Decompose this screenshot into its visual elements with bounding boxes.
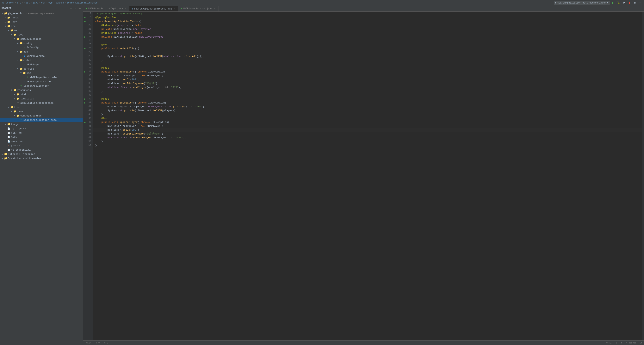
tree-item-main[interactable]: ▼ 📁 main xyxy=(0,28,83,33)
tree-item-yb-search-iml[interactable]: 📄 yb_search.iml xyxy=(0,148,83,152)
run-gutter-icon[interactable]: ▶ xyxy=(84,16,86,19)
tree-item-test[interactable]: ▼ 📁 test xyxy=(0,105,83,109)
line-36: 36 xyxy=(83,85,93,89)
tree-item-NBAPlayerService[interactable]: I NBAPlayerService xyxy=(0,80,83,84)
tree-item-scratches[interactable]: ▶ 📁 Scratches and Consoles xyxy=(0,156,83,160)
breadcrumb-class[interactable]: SearchApplicationTests xyxy=(67,2,98,4)
line-19: ▶ 19 xyxy=(83,19,93,23)
code-line-51: } xyxy=(93,143,642,147)
tree-item-impl[interactable]: ▼ 📁 impl xyxy=(0,71,83,75)
tree-item-dao[interactable]: ▼ 📁 dao xyxy=(0,50,83,54)
tree-item-application-properties[interactable]: ≡ application.properties xyxy=(0,101,83,105)
tree-label: main xyxy=(14,29,20,32)
sidebar-minimize-icon[interactable]: — xyxy=(78,7,82,10)
tree-item-gitignore[interactable]: 📄 .gitignore xyxy=(0,126,83,131)
code-line-44: @Test xyxy=(93,116,642,120)
breadcrumb-src[interactable]: src xyxy=(17,2,21,4)
run-gutter-icon4[interactable]: ▶ xyxy=(84,47,86,50)
tree-item-SearchApplication[interactable]: C SearchApplication xyxy=(0,84,83,88)
breadcrumb-cyb[interactable]: cyb xyxy=(48,2,53,4)
tab-icon2: J xyxy=(132,8,133,10)
code-line-33: NBAPlayer nbaPlayer = new NBAPlayer(); xyxy=(93,74,642,78)
breadcrumb: yb_search › src › test › java › com › cy… xyxy=(2,2,98,4)
tree-item-test-com-cyb-search[interactable]: ▼ 📁 com.cyb.search xyxy=(0,114,83,118)
tab-close-icon3[interactable]: ✕ xyxy=(214,7,216,10)
sidebar-gear-icon[interactable]: ⚙ xyxy=(70,7,73,10)
tree-item-NBAPlayerServiceImpl[interactable]: C NBAPlayerServiceImpl xyxy=(0,75,83,80)
tab-NBAPlayerService[interactable]: J NBAPlayerService.java ✕ xyxy=(178,6,219,12)
tab-close-icon2[interactable]: ✕ xyxy=(173,8,176,10)
tree-item-test-java[interactable]: ▼ 📁 java xyxy=(0,109,83,114)
breadcrumb-search[interactable]: search xyxy=(56,2,64,4)
tab-SearchApplicationTests[interactable]: J SearchApplicationTests.java ✕ xyxy=(130,6,178,12)
stop-button[interactable]: ◼ xyxy=(627,1,632,5)
tree-item-NBAPlayerDao[interactable]: I NBAPlayerDao xyxy=(0,54,83,58)
folder-icon: 📁 xyxy=(10,106,14,109)
tree-item-NBAPlayer[interactable]: C NBAPlayer xyxy=(0,62,83,67)
tree-item-config[interactable]: ▶ 📁 config xyxy=(0,41,83,45)
properties-icon: ≡ xyxy=(16,101,20,105)
tree-item-model[interactable]: ▼ 📁 model xyxy=(0,58,83,62)
code-editor: 17 ▶ 18 ▶ 19 20 21 22 ▶ 23 24 25 xyxy=(83,12,644,340)
breadcrumb-com[interactable]: com xyxy=(41,2,46,4)
run-button[interactable]: ▶ xyxy=(611,1,615,5)
tree-item-pom-xml[interactable]: X pom.xml xyxy=(0,143,83,148)
tree-item-EsConfig[interactable]: C EsConfig xyxy=(0,45,83,50)
arrow-icon: ▼ xyxy=(13,38,16,40)
arrow-icon: ▼ xyxy=(10,110,13,113)
sidebar-sort-icon[interactable]: ⇅ xyxy=(74,7,77,10)
debug-button[interactable]: 🐛 xyxy=(616,1,621,5)
status-warnings[interactable]: ⚠ 0 xyxy=(94,341,101,344)
code-line-49: nbaPlayerService.updatePlayer(nbaPlayer,… xyxy=(93,136,642,140)
arrow-icon: ▼ xyxy=(10,34,13,36)
coverage-button[interactable]: ⚑ xyxy=(622,1,626,5)
tree-item-static[interactable]: ▶ 📁 static xyxy=(0,92,83,97)
breadcrumb-sep2: › xyxy=(22,2,24,4)
arrow-icon: ▼ xyxy=(10,89,13,91)
xml-icon: X xyxy=(7,144,10,147)
breadcrumb-test[interactable]: test xyxy=(24,2,30,4)
tree-item-java[interactable]: ▼ 📁 java xyxy=(0,33,83,37)
run-gutter-icon7[interactable]: ▶ xyxy=(84,101,86,104)
breadcrumb-yb_search[interactable]: yb_search xyxy=(2,2,14,4)
tree-item-resources[interactable]: ▼ 📁 resources xyxy=(0,88,83,92)
code-content[interactable]: // @RunWith(SpringRunner.class) @SpringB… xyxy=(93,12,642,340)
run-gutter-icon5[interactable]: ▶ xyxy=(84,70,86,73)
status-git[interactable]: main xyxy=(85,341,92,344)
tree-item-com-cyb-search[interactable]: ▼ 📁 com.cyb.search xyxy=(0,37,83,41)
tree-item-external-libraries[interactable]: ▶ 📁 External Libraries xyxy=(0,152,83,156)
build-button[interactable]: ⚒ xyxy=(633,1,637,5)
tree-item-templates[interactable]: ▶ 📁 templates xyxy=(0,97,83,101)
tree-item-mvnw[interactable]: 📄 mvnw xyxy=(0,135,83,139)
tab-NBAPlayerServiceImpl[interactable]: J NBAPlayerServiceImpl.java ✕ xyxy=(83,6,130,12)
status-bar: main ⚠ 0 ✕ 0 46:37 UTF-8 4 spaces LF xyxy=(83,340,644,345)
tab-close-icon[interactable]: ✕ xyxy=(124,7,127,10)
tree-item-mvnw-cmd[interactable]: 📄 mvnw.cmd xyxy=(0,139,83,143)
arrow-icon: ▼ xyxy=(13,115,16,117)
breadcrumb-java[interactable]: java xyxy=(33,2,38,4)
tree-item-target[interactable]: ▶ 📁 target xyxy=(0,122,83,126)
tree-label: templates xyxy=(20,97,34,100)
run-gutter-icon6[interactable]: ▶ xyxy=(84,98,86,100)
tree-item-src[interactable]: ▼ 📁 src xyxy=(0,24,83,28)
tree-item-HELP-md[interactable]: 📄 HELP.md xyxy=(0,131,83,135)
breadcrumb-sep5: › xyxy=(46,2,48,4)
tree-item-idea[interactable]: ▶ 📁 .idea xyxy=(0,16,83,20)
code-line-32: public void addPlayer() throws IOExcepti… xyxy=(93,70,642,74)
run-gutter-icon3[interactable]: ▶ xyxy=(84,36,86,38)
run-gutter-icon8[interactable]: ▶ xyxy=(84,121,86,123)
run-gutter-icon2[interactable]: ▶ xyxy=(84,20,86,23)
tree-item-SearchApplicationTests[interactable]: T SearchApplicationTests xyxy=(0,118,83,122)
tree-item-yb_search[interactable]: ▼ 📁 yb_search ~/IdeaProjects/yb_search xyxy=(0,11,83,16)
line-44: 44 xyxy=(83,116,93,120)
tree-item-mvn[interactable]: ▶ 📁 .mvn xyxy=(0,20,83,24)
folder-icon: 📁 xyxy=(7,25,10,28)
tree-item-service[interactable]: ▼ 📁 service xyxy=(0,67,83,71)
line-23: ▶ 23 xyxy=(83,35,93,39)
code-line-46: NBAPlayer nbaPlayer = new NBAPlayer(); xyxy=(93,124,642,128)
folder-icon: 📁 xyxy=(7,16,10,19)
arrow-icon: ▼ xyxy=(16,59,19,62)
more-button[interactable]: ⋯ xyxy=(638,1,642,5)
status-errors[interactable]: ✕ 0 xyxy=(103,341,109,344)
run-config-selector[interactable]: ▶ SearchApplicationTests.updatePlayer ▼ xyxy=(554,1,610,5)
